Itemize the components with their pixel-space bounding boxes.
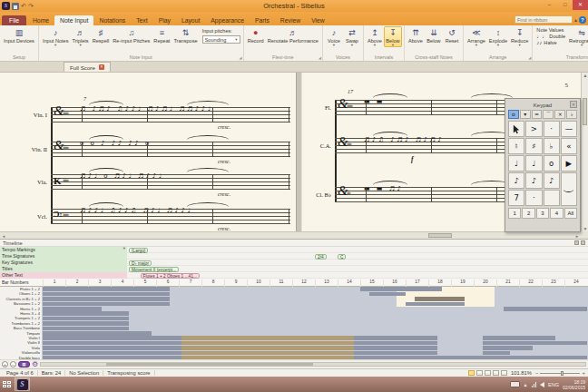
vertical-scroll-thumb[interactable]: [583, 98, 587, 125]
timeline-bar-ruler[interactable]: Bar Numbers 1234567891011121314151617181…: [0, 279, 588, 287]
ruler-bar-10[interactable]: 10: [247, 279, 270, 287]
input-devices-button[interactable]: ▥Input Devices: [2, 26, 36, 44]
keypad-button-r3c2[interactable]: ♩: [525, 155, 542, 172]
timeline-instrument-rows[interactable]: Flutes 1 + 2Oboes 1 + 2Clarinets in B♭ 1…: [0, 287, 588, 360]
reduce-button[interactable]: ↧Reduce▾: [509, 26, 530, 47]
transpose-button[interactable]: ⇅Transpose: [172, 26, 199, 44]
keypad-tab-common-notes[interactable]: o: [508, 110, 519, 119]
zoom-slider[interactable]: [540, 373, 580, 374]
status-page-0[interactable]: Page 4 of 6: [3, 370, 38, 376]
timeline-block[interactable]: [360, 287, 442, 291]
interval-above-button[interactable]: ↥Above▾: [366, 26, 384, 47]
horizontal-scrollbar[interactable]: ◂ ▸: [0, 231, 581, 239]
view-mode-icon-5[interactable]: [501, 370, 507, 376]
timeline-block[interactable]: [43, 287, 170, 291]
tab-layout[interactable]: Layout: [176, 15, 205, 25]
triplets-button[interactable]: ♬Triplets▾: [71, 26, 91, 47]
ruler-bar-18[interactable]: 18: [428, 279, 451, 287]
timeline-row-label[interactable]: Titles: [0, 266, 127, 272]
ruler-bar-9[interactable]: 9: [224, 279, 247, 287]
cross-staff-below-button[interactable]: ⇊Below: [425, 26, 443, 44]
timeline-zoom-in-button[interactable]: +: [2, 361, 8, 368]
ruler-bar-21[interactable]: 21: [496, 279, 519, 287]
undo-icon[interactable]: ↶: [21, 2, 26, 10]
timeline-fit-button[interactable]: ▦: [18, 361, 30, 368]
timeline-block[interactable]: [483, 346, 533, 350]
view-mode-icon-4[interactable]: [493, 370, 499, 376]
view-mode-icon-2[interactable]: [476, 370, 483, 376]
timeline-settings-gear-icon[interactable]: ⚙: [32, 361, 38, 368]
document-tab-full-score[interactable]: Full Score ×: [64, 62, 111, 72]
start-button[interactable]: [3, 381, 11, 387]
timeline-block[interactable]: [181, 341, 354, 346]
network-icon[interactable]: [532, 382, 537, 387]
sibelius-app-icon[interactable]: S: [2, 2, 10, 10]
cross-staff-reset-button[interactable]: ↺Reset: [443, 26, 461, 44]
language-indicator[interactable]: ENG: [548, 382, 559, 387]
voice-button-4[interactable]: 4: [550, 208, 563, 219]
interval-below-button[interactable]: ↧Below▾: [384, 26, 402, 47]
ruler-bar-22[interactable]: 22: [519, 279, 542, 287]
timeline-event-chip[interactable]: C: [338, 254, 346, 260]
timeline-block[interactable]: [354, 351, 438, 356]
timeline-block[interactable]: [354, 346, 438, 350]
dialog-launcher-icon[interactable]: ◢: [240, 55, 242, 60]
double-button[interactable]: ♩♩Double: [536, 34, 565, 39]
redo-icon[interactable]: ↷: [28, 2, 34, 10]
keypad-button-r5c1[interactable]: 7: [508, 190, 524, 206]
tab-text[interactable]: Text: [131, 15, 152, 25]
keypad-cursor-icon[interactable]: [508, 121, 524, 137]
record-button[interactable]: ●Record: [246, 26, 266, 44]
timeline-block[interactable]: [369, 292, 406, 297]
zoom-slider-thumb[interactable]: [561, 371, 564, 376]
timeline-block[interactable]: [43, 317, 129, 321]
score-page-left[interactable]: Vln. I&♭♭♭♭♭♬ ♪♬♪ ♫♪♪♩ ♬♪♬♩ ♬♬♪♪♩cresc.V…: [0, 73, 297, 231]
keypad-button-r4c2[interactable]: ♪: [525, 172, 542, 189]
ruler-bar-14[interactable]: 14: [338, 279, 360, 287]
ruler-bar-19[interactable]: 19: [451, 279, 474, 287]
ruler-bar-15[interactable]: 15: [360, 279, 383, 287]
timeline-block[interactable]: [43, 341, 181, 346]
vertical-scrollbar[interactable]: ▲ ▼: [581, 73, 588, 231]
repeat-button[interactable]: ≡Repeat: [152, 26, 172, 44]
tab-notations[interactable]: Notations: [93, 15, 131, 25]
tab-parts[interactable]: Parts: [250, 15, 275, 25]
keypad-button-r4c1[interactable]: ♪: [508, 172, 524, 189]
ruler-bar-17[interactable]: 17: [406, 279, 428, 287]
ruler-bar-2[interactable]: 2: [65, 279, 88, 287]
keypad-tab-accidentals[interactable]: ♭: [566, 110, 577, 119]
horizontal-scroll-thumb[interactable]: [428, 233, 452, 238]
ruler-bar-4[interactable]: 4: [111, 279, 133, 287]
timeline-block[interactable]: [43, 297, 170, 301]
ruler-bar-3[interactable]: 3: [88, 279, 111, 287]
tab-appearance[interactable]: Appearance: [205, 15, 250, 25]
input-pitches-dropdown[interactable]: Sounding▾: [202, 35, 240, 44]
zoom-in-icon[interactable]: +: [582, 370, 585, 376]
keypad-button-r1c4[interactable]: —: [561, 121, 577, 137]
keypad-close-icon[interactable]: ×: [570, 101, 577, 108]
ruler-bar-24[interactable]: 24: [564, 279, 587, 287]
status-transposing-3[interactable]: Transposing score: [103, 370, 154, 376]
timeline-row-label[interactable]: Other Text: [0, 272, 127, 279]
timeline-block[interactable]: [354, 336, 438, 340]
ruler-bar-1[interactable]: 1: [43, 279, 65, 287]
ruler-bar-8[interactable]: 8: [201, 279, 224, 287]
timeline-event-chip[interactable]: 2/4: [315, 254, 327, 260]
voice-button-3[interactable]: 3: [536, 208, 549, 219]
timeline-event-chip[interactable]: D♭ major: [129, 260, 152, 266]
timeline-row-label[interactable]: Tempo Markings▾: [0, 247, 127, 253]
taskbar-clock[interactable]: 18:19 02/06/2015: [563, 379, 585, 390]
keypad-tie-icon[interactable]: [561, 172, 577, 206]
input-notes-button[interactable]: ♪Input Notes▾: [41, 26, 71, 47]
timeline-block[interactable]: [43, 321, 129, 326]
keypad-tab-articulations[interactable]: ⌒: [543, 110, 554, 119]
timeline-block[interactable]: [43, 346, 181, 350]
keypad-button-r1c2[interactable]: >: [525, 121, 542, 137]
keypad-titlebar[interactable]: Keypad×: [508, 100, 577, 110]
timeline-close-icon[interactable]: [581, 240, 585, 245]
timeline-block[interactable]: [354, 341, 438, 346]
timeline-block[interactable]: [406, 302, 465, 307]
ruler-bar-20[interactable]: 20: [474, 279, 496, 287]
voice-button-1[interactable]: 1: [508, 208, 521, 219]
close-button[interactable]: ✕: [573, 0, 588, 10]
